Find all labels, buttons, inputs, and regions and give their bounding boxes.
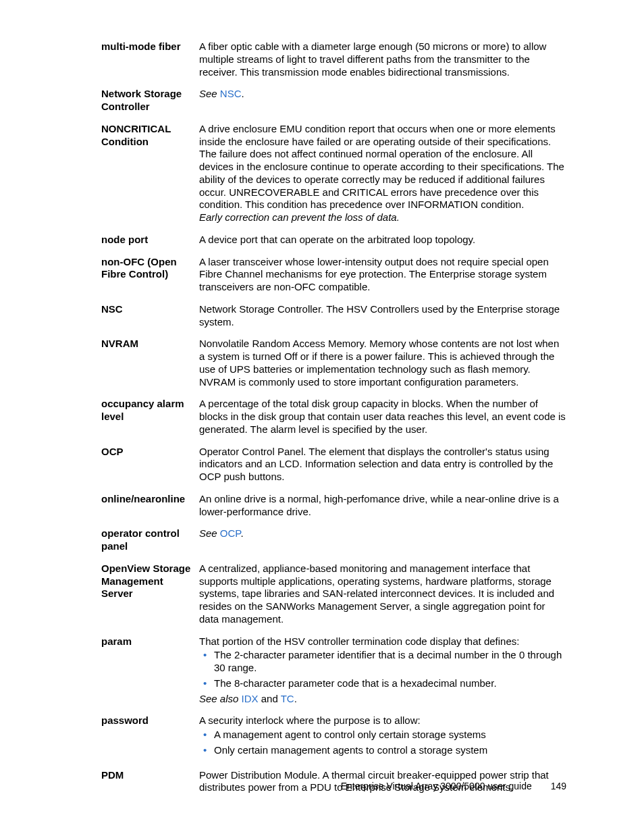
glossary-entry: NVRAMNonvolatile Random Access Memory. M…: [101, 338, 566, 388]
glossary-definition: See NSC.: [199, 88, 566, 101]
bullet-item: The 2-character parameter identifier tha…: [199, 649, 566, 675]
see-also-prefix: See also: [199, 693, 242, 704]
glossary-definition: An online drive is a normal, high-perfom…: [199, 493, 566, 519]
definition-text: That portion of the HSV controller termi…: [199, 635, 566, 648]
footer: Enterprise Virtual Array 3000/5000 user …: [341, 781, 566, 793]
glossary-definition: A device port that can operate on the ar…: [199, 234, 566, 246]
glossary-definition: A percentage of the total disk group cap…: [199, 398, 566, 436]
bullet-list: A management agent to control only certa…: [199, 729, 566, 757]
glossary-definition: A security interlock where the purpose i…: [199, 714, 566, 759]
definition-text: Network Storage Controller. The HSV Cont…: [199, 303, 566, 329]
glossary-entry: occupancy alarm levelA percentage of the…: [101, 398, 566, 436]
definition-text: A fiber optic cable with a diameter larg…: [199, 41, 566, 78]
glossary-definition: A fiber optic cable with a diameter larg…: [199, 41, 566, 78]
definition-text: A device port that can operate on the ar…: [199, 234, 566, 246]
glossary-term: PDM: [101, 769, 199, 782]
glossary-entry: operator control panelSee OCP.: [101, 527, 566, 553]
glossary-term: non-OFC (Open Fibre Control): [101, 256, 199, 282]
glossary-definition: That portion of the HSV controller termi…: [199, 635, 566, 706]
definition-text: A drive enclosure EMU condition report t…: [199, 123, 566, 211]
glossary-entry: passwordA security interlock where the p…: [101, 714, 566, 759]
glossary-term: Network Storage Controller: [101, 88, 199, 113]
glossary-term: occupancy alarm level: [101, 398, 199, 423]
definition-text: Nonvolatile Random Access Memory. Memory…: [199, 338, 566, 388]
glossary-definition: Operator Control Panel. The element that…: [199, 446, 566, 484]
glossary-term: NSC: [101, 303, 199, 316]
glossary-definition: Network Storage Controller. The HSV Cont…: [199, 303, 566, 329]
glossary-term: param: [101, 635, 199, 648]
page: multi-mode fiberA fiber optic cable with…: [0, 0, 644, 834]
see-also-joiner: and: [259, 693, 281, 704]
see-link[interactable]: OCP: [220, 527, 241, 539]
glossary-definition: Nonvolatile Random Access Memory. Memory…: [199, 338, 566, 388]
glossary-definition: A centralized, appliance-based monitorin…: [199, 563, 566, 626]
see-suffix: .: [240, 527, 243, 539]
glossary-entry: NONCRITICAL ConditionA drive enclosure E…: [101, 123, 566, 224]
see-suffix: .: [242, 88, 244, 99]
page-number: 149: [551, 781, 566, 793]
glossary-entry: node portA device port that can operate …: [101, 234, 566, 246]
glossary-term: operator control panel: [101, 527, 199, 553]
bullet-item: A management agent to control only certa…: [199, 729, 566, 741]
glossary-term: password: [101, 714, 199, 727]
glossary-term: node port: [101, 234, 199, 246]
glossary-definition: A laser transceiver whose lower-intensit…: [199, 256, 566, 294]
glossary-definition: A drive enclosure EMU condition report t…: [199, 123, 566, 224]
glossary-definition: See OCP.: [199, 527, 566, 540]
glossary-entry: multi-mode fiberA fiber optic cable with…: [101, 41, 566, 78]
definition-text: An online drive is a normal, high-perfom…: [199, 493, 566, 519]
glossary-entry: non-OFC (Open Fibre Control)A laser tran…: [101, 256, 566, 294]
glossary-list: multi-mode fiberA fiber optic cable with…: [101, 41, 566, 794]
glossary-entry: OCPOperator Control Panel. The element t…: [101, 446, 566, 484]
glossary-entry: OpenView Storage Management ServerA cent…: [101, 563, 566, 626]
bullet-item: Only certain management agents to contro…: [199, 744, 566, 757]
glossary-entry: online/nearonlineAn online drive is a no…: [101, 493, 566, 519]
glossary-term: online/nearonline: [101, 493, 199, 506]
see-also-link[interactable]: TC: [281, 693, 294, 704]
glossary-term: NONCRITICAL Condition: [101, 123, 199, 149]
definition-text: A percentage of the total disk group cap…: [199, 398, 566, 436]
see-also: See also IDX and TC.: [199, 693, 566, 706]
definition-note: Early correction can prevent the loss of…: [199, 211, 566, 224]
glossary-term: multi-mode fiber: [101, 41, 199, 53]
definition-text: A security interlock where the purpose i…: [199, 714, 566, 727]
glossary-term: OCP: [101, 446, 199, 459]
glossary-term: NVRAM: [101, 338, 199, 350]
definition-text: A laser transceiver whose lower-intensit…: [199, 256, 566, 294]
glossary-entry: Network Storage ControllerSee NSC.: [101, 88, 566, 113]
see-link[interactable]: NSC: [220, 88, 242, 99]
glossary-entry: paramThat portion of the HSV controller …: [101, 635, 566, 706]
bullet-item: The 8-character parameter code that is a…: [199, 677, 566, 690]
see-also-suffix: .: [294, 693, 297, 704]
definition-text: A centralized, appliance-based monitorin…: [199, 563, 566, 626]
definition-text: Operator Control Panel. The element that…: [199, 446, 566, 484]
glossary-term: OpenView Storage Management Server: [101, 563, 199, 600]
glossary-entry: NSCNetwork Storage Controller. The HSV C…: [101, 303, 566, 329]
footer-title: Enterprise Virtual Array 3000/5000 user …: [341, 781, 532, 791]
see-prefix: See: [199, 527, 220, 539]
see-also-link[interactable]: IDX: [242, 693, 259, 704]
bullet-list: The 2-character parameter identifier tha…: [199, 649, 566, 689]
see-prefix: See: [199, 88, 220, 99]
